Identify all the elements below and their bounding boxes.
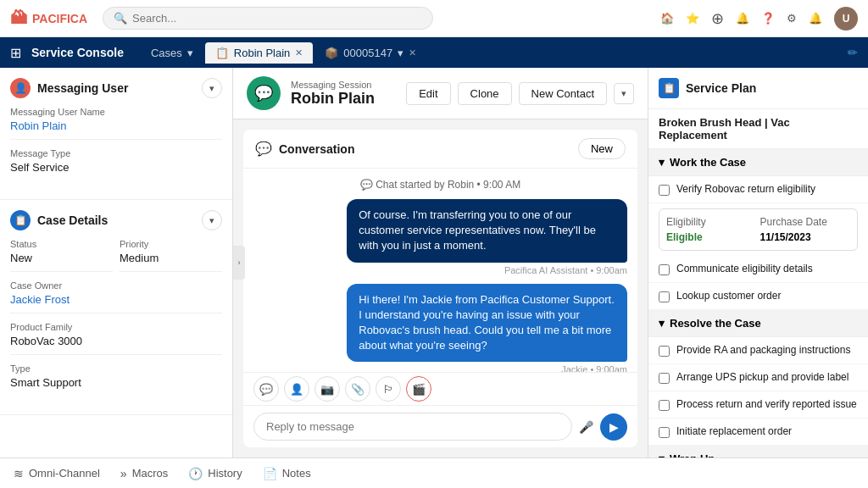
reply-input[interactable] <box>253 413 572 441</box>
case-details-header: 📋 Case Details ▾ <box>10 210 222 230</box>
logo: 🏔 PACIFICA <box>10 8 87 28</box>
service-plan-icon: 📋 <box>659 78 679 98</box>
attach-action-icon[interactable]: 📎 <box>345 376 370 402</box>
ai-message: Of course. I'm transferring you to one o… <box>253 199 627 275</box>
status-priority-row: Status New Priority Medium <box>10 239 222 280</box>
product-value: RoboVac 3000 <box>10 335 222 355</box>
verify-checkbox[interactable] <box>659 185 670 196</box>
agent-meta: Jackie • 9:00am <box>561 364 627 372</box>
mountain-icon[interactable]: 🔔 <box>736 12 749 25</box>
logo-icon: 🏔 <box>10 8 27 28</box>
messaging-user-collapse[interactable]: ▾ <box>202 78 222 98</box>
work-the-case-section[interactable]: ▾ Work the Case <box>648 149 868 176</box>
settings-icon[interactable]: ⚙ <box>787 12 797 25</box>
chevron-right-icon: › <box>238 258 241 267</box>
star-icon[interactable]: ⭐ <box>686 12 699 25</box>
send-button[interactable]: ▶ <box>600 413 627 441</box>
grid-icon[interactable]: ⊞ <box>10 45 21 61</box>
add-icon[interactable]: ⊕ <box>711 9 724 28</box>
msg-type-label: Message Type <box>10 148 222 158</box>
notes-item[interactable]: 📄 Notes <box>263 467 311 480</box>
communicate-checkbox[interactable] <box>659 264 670 275</box>
tab-group: Cases ▾ 📋 Robin Plain ✕ 📦 00005147 ▾ ✕ <box>141 42 426 64</box>
conversation-header: 💬 Conversation New <box>243 130 637 169</box>
resolve-the-case-section[interactable]: ▾ Resolve the Case <box>648 310 868 337</box>
verify-text: Verify Robovac return eligibility <box>676 183 815 195</box>
messages-area: 💬 Chat started by Robin • 9:00 AM Of cou… <box>243 169 637 372</box>
agent-message: Hi there! I'm Jackie from Pacifica Custo… <box>253 284 627 372</box>
tab-robin-close[interactable]: ✕ <box>295 47 303 58</box>
omni-channel-item[interactable]: ≋ Omni-Channel <box>14 467 100 480</box>
home-icon[interactable]: 🏠 <box>660 12 674 25</box>
user-action-icon[interactable]: 👤 <box>284 376 309 402</box>
owner-value[interactable]: Jackie Frost <box>10 293 222 313</box>
tab-case-close[interactable]: ✕ <box>409 47 416 58</box>
lookup-text: Lookup customer order <box>676 290 781 302</box>
process-return-text: Process return and verify reported issue <box>676 398 857 410</box>
video-action-icon[interactable]: 🎬 <box>406 376 431 402</box>
notification-icon[interactable]: 🔔 <box>809 12 822 25</box>
clone-button[interactable]: Clone <box>458 82 512 105</box>
macros-label: Macros <box>132 467 169 480</box>
top-nav: 🏔 PACIFICA 🔍 🏠 ⭐ ⊕ 🔔 ❓ ⚙ 🔔 U <box>0 0 868 37</box>
edit-button[interactable]: Edit <box>406 82 450 105</box>
nav-icons: 🏠 ⭐ ⊕ 🔔 ❓ ⚙ 🔔 U <box>660 7 858 30</box>
wrap-up-collapse-icon: ▾ <box>659 452 665 458</box>
panel-expand-tab[interactable]: › <box>233 246 245 280</box>
app-name: Service Console <box>31 46 124 59</box>
app-tab-bar: ⊞ Service Console Cases ▾ 📋 Robin Plain … <box>0 37 868 68</box>
tab-robin-label: Robin Plain <box>234 47 291 59</box>
provide-ra-checkbox[interactable] <box>659 346 670 357</box>
initiate-order-item: Initiate replacement order <box>648 419 868 446</box>
messaging-user-title: 👤 Messaging User <box>10 78 128 98</box>
camera-action-icon[interactable]: 📷 <box>314 376 340 402</box>
flag-action-icon[interactable]: 🏳 <box>376 376 401 402</box>
wrap-up-section[interactable]: ▾ Wrap Up <box>648 446 868 458</box>
arrange-ups-checkbox[interactable] <box>659 373 670 384</box>
new-conversation-button[interactable]: New <box>578 138 626 159</box>
product-label: Product Family <box>10 322 222 332</box>
ai-bubble: Of course. I'm transferring you to one o… <box>347 199 627 263</box>
macros-item[interactable]: » Macros <box>120 467 168 480</box>
agent-bubble: Hi there! I'm Jackie from Pacifica Custo… <box>347 284 627 363</box>
arrange-ups-item: Arrange UPS pickup and provide label <box>648 364 868 391</box>
tab-cases[interactable]: Cases ▾ <box>141 42 203 64</box>
tab-cases-chevron: ▾ <box>187 47 193 59</box>
type-value: Smart Support <box>10 376 222 396</box>
search-bar[interactable]: 🔍 <box>103 7 433 30</box>
macros-icon: » <box>120 467 127 480</box>
resolve-collapse-icon: ▾ <box>659 317 665 330</box>
name-value[interactable]: Robin Plain <box>10 119 222 140</box>
record-name: Robin Plain <box>291 90 396 108</box>
history-item[interactable]: 🕐 History <box>188 467 242 480</box>
edit-pencil-icon[interactable]: ✏ <box>848 46 858 59</box>
tab-robin-plain[interactable]: 📋 Robin Plain ✕ <box>205 42 314 64</box>
omni-channel-label: Omni-Channel <box>29 467 100 480</box>
lookup-checkbox[interactable] <box>659 291 670 302</box>
name-label: Messaging User Name <box>10 107 222 117</box>
search-input[interactable] <box>132 12 422 25</box>
tab-cases-label: Cases <box>151 47 182 59</box>
tab-case-number[interactable]: 📦 00005147 ▾ ✕ <box>314 42 426 64</box>
action-icons-row: 💬 👤 📷 📎 🏳 🎬 <box>243 372 637 405</box>
initiate-order-checkbox[interactable] <box>659 427 670 438</box>
new-contact-button[interactable]: New Contact <box>519 82 607 105</box>
help-icon[interactable]: ❓ <box>761 12 775 25</box>
record-meta: Messaging Session Robin Plain <box>291 80 396 108</box>
mic-icon[interactable]: 🎤 <box>579 420 593 434</box>
avatar[interactable]: U <box>834 7 858 30</box>
eligibility-label: Eligibility <box>666 216 757 228</box>
record-header: 💬 Messaging Session Robin Plain Edit Clo… <box>233 68 648 119</box>
chat-action-icon[interactable]: 💬 <box>253 376 279 402</box>
system-message-text: Chat started by Robin • 9:00 AM <box>376 179 520 191</box>
tab-case-icon: 📦 <box>325 47 338 59</box>
tab-case-chevron: ▾ <box>398 47 403 59</box>
messaging-user-section: 👤 Messaging User ▾ Messaging User Name R… <box>0 68 232 200</box>
process-return-checkbox[interactable] <box>659 400 670 411</box>
more-actions-button[interactable]: ▾ <box>614 83 634 104</box>
record-actions: Edit Clone New Contact ▾ <box>406 82 634 105</box>
case-details-collapse[interactable]: ▾ <box>202 210 222 230</box>
resolve-the-case-label: Resolve the Case <box>670 317 761 330</box>
work-the-case-label: Work the Case <box>670 156 746 169</box>
tab-case-label: 00005147 <box>343 47 392 59</box>
